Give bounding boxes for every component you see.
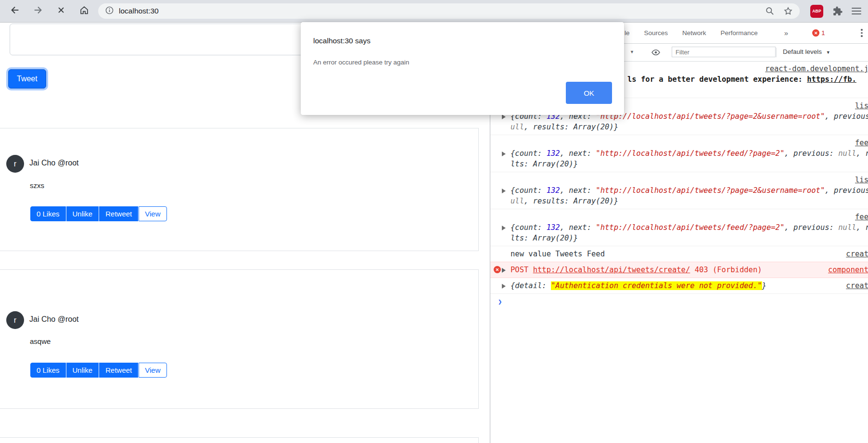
- console-row-feed-object: fee {count: 132, next: "http://localhost…: [490, 135, 868, 172]
- tweet-actions: 0 Likes Unlike Retweet View: [30, 363, 167, 378]
- expand-triangle-icon[interactable]: [502, 189, 506, 193]
- browser-menu-icon[interactable]: [852, 6, 861, 16]
- adblock-extension-icon[interactable]: ABP: [810, 5, 823, 18]
- home-icon: [79, 5, 89, 17]
- tweet-author: Jai Cho @root: [29, 315, 79, 324]
- preview-text: , previous:: [784, 149, 838, 158]
- retweet-button[interactable]: Retweet: [99, 206, 138, 221]
- console-row-log: creat new value Tweets Feed: [490, 246, 868, 262]
- preview-text: }: [574, 160, 578, 168]
- live-expression-eye-icon[interactable]: [651, 48, 661, 59]
- console-row-list-object: lis {count: 132, next: "http://localhost…: [490, 172, 868, 209]
- console-prompt-row[interactable]: ❯: [490, 294, 868, 300]
- tweet-author: Jai Cho @root: [29, 159, 79, 167]
- preview-text: , next:: [560, 223, 596, 232]
- expand-triangle-icon[interactable]: [502, 114, 506, 119]
- zoom-icon[interactable]: [765, 6, 775, 16]
- preview-text: , results:: [524, 197, 574, 205]
- source-link[interactable]: lis: [855, 175, 868, 185]
- preview-text: , previous:: [784, 223, 838, 232]
- object-preview: {count: 132, next: "http://localhost/api…: [490, 185, 868, 206]
- unlike-button[interactable]: Unlike: [66, 363, 99, 378]
- dropdown-arrow-icon: ▼: [826, 50, 830, 55]
- source-link[interactable]: lis: [855, 101, 868, 111]
- console-filter-input[interactable]: [672, 47, 776, 57]
- dialog-ok-button[interactable]: OK: [566, 82, 612, 104]
- fb-link[interactable]: https://fb.: [807, 75, 856, 84]
- tweet-card: [0, 437, 479, 443]
- bookmark-star-icon[interactable]: [783, 6, 793, 16]
- context-dropdown-icon[interactable]: ▼: [630, 50, 634, 54]
- tab-sources[interactable]: Sources: [644, 29, 668, 37]
- next-url-value: "http://localhost/api/tweets/?page=2&use…: [596, 186, 825, 195]
- dialog-title: localhost:30 says: [313, 37, 370, 45]
- message-text: ls for a better development experience:: [627, 75, 807, 84]
- view-button[interactable]: View: [139, 206, 166, 221]
- extensions-puzzle-icon[interactable]: [832, 6, 843, 17]
- results-value: Array(20): [533, 160, 574, 168]
- next-url-value: "http://localhost/api/tweets/feed/?page=…: [596, 223, 784, 232]
- tweet-content: szxs: [30, 181, 44, 190]
- address-bar[interactable]: localhost:30: [98, 3, 800, 19]
- info-icon[interactable]: [105, 6, 114, 17]
- log-text: new value Tweets Feed: [490, 249, 868, 259]
- source-line: lis: [490, 175, 868, 185]
- previous-value: null: [838, 223, 856, 232]
- log-levels-label: Default levels: [783, 48, 822, 55]
- retweet-button[interactable]: Retweet: [99, 363, 138, 378]
- tab-console[interactable]: le: [625, 29, 630, 37]
- unlike-button[interactable]: Unlike: [66, 206, 99, 221]
- tab-performance[interactable]: Performance: [721, 29, 758, 37]
- expand-triangle-icon[interactable]: [502, 268, 506, 273]
- preview-text: }: [762, 281, 766, 290]
- tweet-card: r Jai Cho @root asqwe 0 Likes Unlike Ret…: [0, 269, 479, 409]
- console-messages: react-dom.development.j ls for a better …: [490, 61, 868, 443]
- home-button[interactable]: [76, 3, 92, 19]
- log-levels-dropdown[interactable]: Default levels ▼: [783, 48, 830, 55]
- tab-network[interactable]: Network: [682, 29, 706, 37]
- object-preview: {detail: "Authentication credentials wer…: [490, 280, 868, 291]
- source-link[interactable]: react-dom.development.j: [765, 63, 868, 74]
- likes-button[interactable]: 0 Likes: [30, 206, 66, 221]
- error-message: POST http://localhost/api/tweets/create/…: [490, 265, 868, 275]
- dialog-message: An error occured please try again: [313, 59, 409, 66]
- devtools-kebab-menu-icon[interactable]: [861, 29, 863, 38]
- view-button[interactable]: View: [139, 363, 166, 378]
- results-value: Array(20): [574, 123, 614, 131]
- preview-text: }: [574, 234, 578, 242]
- next-url-value: "http://localhost/api/tweets/feed/?page=…: [596, 149, 784, 158]
- forward-arrow-icon: [33, 5, 43, 17]
- preview-text: {count:: [511, 149, 547, 158]
- more-tabs-chevron[interactable]: »: [784, 29, 788, 37]
- count-value: 132: [547, 223, 560, 232]
- toolbar-divider: [776, 48, 777, 57]
- error-count-badge[interactable]: ✕ 1: [812, 29, 825, 37]
- url-text[interactable]: localhost:30: [119, 7, 159, 15]
- console-prompt-chevron-icon: ❯: [498, 296, 502, 307]
- source-link[interactable]: fee: [855, 212, 868, 222]
- highlighted-detail-value: "Authentication credentials were not pro…: [551, 281, 762, 290]
- forward-button[interactable]: [30, 3, 46, 19]
- avatar: r: [6, 155, 24, 173]
- expand-triangle-icon[interactable]: [502, 226, 506, 230]
- expand-triangle-icon[interactable]: [502, 152, 506, 156]
- tweet-button[interactable]: Tweet: [8, 69, 46, 89]
- results-value: Array(20): [574, 197, 614, 205]
- preview-text: , results:: [524, 123, 574, 131]
- request-url-link[interactable]: http://localhost/api/tweets/create/: [533, 266, 690, 274]
- preview-text: , next:: [560, 149, 596, 158]
- tweet-actions: 0 Likes Unlike Retweet View: [30, 206, 167, 221]
- preview-text: , previous:: [825, 186, 868, 195]
- preview-text: , next:: [560, 186, 596, 195]
- stop-button[interactable]: [53, 3, 69, 19]
- back-button[interactable]: [7, 3, 23, 19]
- expand-triangle-icon[interactable]: [502, 284, 506, 289]
- likes-button[interactable]: 0 Likes: [30, 363, 66, 378]
- alert-dialog: localhost:30 says An error occured pleas…: [301, 22, 624, 115]
- preview-text: {count:: [511, 223, 547, 232]
- object-preview: {count: 132, next: "http://localhost/api…: [490, 222, 868, 243]
- status-text: 403 (Forbidden): [690, 266, 762, 274]
- source-link[interactable]: fee: [855, 138, 868, 148]
- preview-text: {detail:: [511, 281, 551, 290]
- error-circle-icon: ✕: [812, 29, 819, 37]
